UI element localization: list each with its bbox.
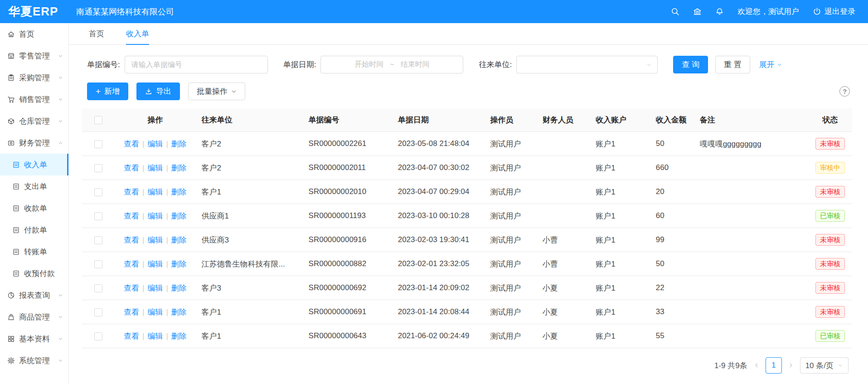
main-layout: 首页零售管理采购管理销售管理仓库管理财务管理收入单支出单收款单付款单转账单收预付… (0, 23, 868, 384)
column-header: 操作员 (485, 108, 538, 132)
sidebar-item-home[interactable]: 首页 (0, 23, 68, 45)
customer-cell: 供应商1 (196, 204, 303, 228)
sidebar-item-system[interactable]: 系统管理 (0, 350, 68, 371)
delete-link[interactable]: 删除 (171, 332, 187, 340)
remark-cell (694, 228, 808, 252)
delete-link[interactable]: 删除 (171, 236, 187, 244)
edit-link[interactable]: 编辑 (147, 212, 163, 220)
page-1-button[interactable]: 1 (766, 357, 782, 374)
sidebar-item-prepaid-bill[interactable]: 收预付款 (0, 262, 68, 284)
edit-link[interactable]: 编辑 (147, 164, 163, 172)
delete-link[interactable]: 删除 (171, 284, 187, 292)
sidebar-item-label: 收入单 (24, 160, 47, 170)
batch-label: 批量操作 (197, 86, 228, 97)
date-range-picker[interactable]: 开始时间 ~ 结束时间 (320, 56, 463, 73)
edit-link[interactable]: 编辑 (147, 260, 163, 268)
checkbox-cell (82, 180, 114, 204)
sidebar-item-reports[interactable]: 报表查询 (0, 284, 68, 306)
search-icon[interactable] (671, 7, 679, 16)
delete-link[interactable]: 删除 (171, 188, 187, 196)
edit-link[interactable]: 编辑 (147, 332, 163, 340)
row-checkbox[interactable] (94, 236, 102, 244)
download-icon (145, 88, 152, 95)
view-link[interactable]: 查看 (124, 284, 139, 292)
page-size-select[interactable]: 10 条/页 (800, 357, 849, 374)
batch-operations-button[interactable]: 批量操作 (188, 83, 245, 100)
customer-cell: 客户2 (196, 132, 303, 156)
view-link[interactable]: 查看 (124, 188, 139, 196)
edit-link[interactable]: 编辑 (147, 308, 163, 316)
customer-cell: 客户3 (196, 276, 303, 300)
sidebar-item-warehouse[interactable]: 仓库管理 (0, 110, 68, 132)
row-checkbox[interactable] (94, 284, 102, 292)
bank-icon[interactable] (693, 7, 702, 16)
sidebar-item-basic-data[interactable]: 基本资料 (0, 328, 68, 350)
search-button[interactable]: 查 询 (673, 56, 708, 73)
table-row: 查看|编辑|删除客户3SR000000006922023-01-14 20:09… (82, 276, 852, 300)
next-page-button[interactable] (788, 362, 794, 369)
sales-icon (7, 96, 15, 103)
sidebar-item-goods[interactable]: 商品管理 (0, 306, 68, 328)
edit-link[interactable]: 编辑 (147, 236, 163, 244)
help-icon[interactable]: ? (839, 86, 850, 97)
tab-income-bill[interactable]: 收入单 (126, 23, 149, 45)
view-link[interactable]: 查看 (124, 236, 139, 244)
tab-home[interactable]: 首页 (89, 23, 104, 45)
system-icon (7, 357, 15, 365)
view-link[interactable]: 查看 (124, 332, 139, 340)
bill-number-cell: SR00000000882 (303, 252, 393, 276)
bell-icon[interactable] (715, 7, 724, 16)
add-button[interactable]: + 新增 (87, 83, 128, 100)
finance-icon (7, 139, 15, 147)
row-checkbox[interactable] (94, 308, 102, 316)
bill-number-cell: SR00000000692 (303, 276, 393, 300)
table-row: 查看|编辑|删除客户1SR000000020102023-04-07 00:29… (82, 180, 852, 204)
edit-link[interactable]: 编辑 (147, 284, 163, 292)
view-link[interactable]: 查看 (124, 212, 139, 220)
sidebar-item-expense-bill[interactable]: 支出单 (0, 175, 68, 197)
delete-link[interactable]: 删除 (171, 140, 187, 148)
export-button[interactable]: 导出 (136, 83, 180, 100)
row-checkbox[interactable] (94, 188, 102, 196)
row-checkbox[interactable] (94, 140, 102, 148)
party-select[interactable] (516, 56, 658, 73)
sidebar-item-sales[interactable]: 销售管理 (0, 88, 68, 110)
bill-number-input[interactable] (125, 56, 268, 73)
link-separator: | (142, 236, 144, 244)
sidebar-item-payment-bill[interactable]: 付款单 (0, 219, 68, 241)
link-separator: | (142, 284, 144, 292)
sidebar-item-purchase[interactable]: 采购管理 (0, 67, 68, 88)
logout-button[interactable]: 退出登录 (813, 6, 855, 17)
delete-link[interactable]: 删除 (171, 260, 187, 268)
sidebar-item-finance[interactable]: 财务管理 (0, 132, 68, 154)
row-checkbox[interactable] (94, 260, 102, 268)
prev-page-button[interactable] (753, 362, 760, 369)
remark-cell (694, 300, 808, 324)
actions-cell: 查看|编辑|删除 (114, 252, 196, 276)
delete-link[interactable]: 删除 (171, 308, 187, 316)
operator-cell: 测试用户 (485, 132, 538, 156)
view-link[interactable]: 查看 (124, 164, 139, 172)
row-checkbox[interactable] (94, 212, 102, 220)
row-checkbox[interactable] (94, 332, 102, 340)
edit-link[interactable]: 编辑 (147, 188, 163, 196)
sidebar-item-receipt-bill[interactable]: 收款单 (0, 197, 68, 219)
sidebar-item-income-bill[interactable]: 收入单 (0, 154, 68, 175)
expand-link[interactable]: 展开 (759, 59, 782, 70)
row-checkbox[interactable] (94, 164, 102, 172)
reset-button[interactable]: 重 置 (715, 56, 750, 73)
select-all-checkbox[interactable] (94, 116, 102, 124)
view-link[interactable]: 查看 (124, 308, 139, 316)
delete-link[interactable]: 删除 (171, 212, 187, 220)
sidebar-item-transfer-bill[interactable]: 转账单 (0, 241, 68, 262)
sidebar-item-label: 支出单 (24, 181, 47, 192)
chevron-down-icon (231, 89, 237, 94)
view-link[interactable]: 查看 (124, 260, 139, 268)
chevron-down-icon (58, 75, 63, 80)
edit-link[interactable]: 编辑 (147, 140, 163, 148)
customer-cell: 客户2 (196, 156, 303, 180)
sidebar-item-retail[interactable]: 零售管理 (0, 45, 68, 67)
delete-link[interactable]: 删除 (171, 164, 187, 172)
doc-icon (12, 226, 20, 234)
view-link[interactable]: 查看 (124, 140, 139, 148)
